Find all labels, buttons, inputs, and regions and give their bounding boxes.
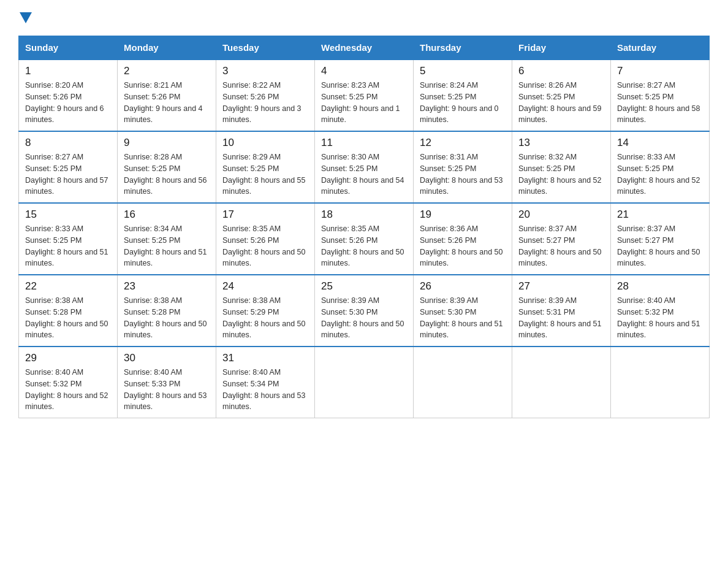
day-info: Sunrise: 8:39 AMSunset: 5:30 PMDaylight:… [321,295,407,341]
day-header-saturday: Saturday [611,36,710,60]
day-number: 10 [222,137,308,149]
day-number: 30 [124,352,210,364]
header [18,12,710,23]
day-cell: 13Sunrise: 8:32 AMSunset: 5:25 PMDayligh… [512,131,611,203]
day-header-thursday: Thursday [414,36,512,60]
day-header-wednesday: Wednesday [315,36,414,60]
day-cell: 5Sunrise: 8:24 AMSunset: 5:25 PMDaylight… [414,59,512,131]
day-number: 23 [124,280,210,293]
day-info: Sunrise: 8:27 AMSunset: 5:25 PMDaylight:… [25,151,111,197]
day-cell: 6Sunrise: 8:26 AMSunset: 5:25 PMDaylight… [512,59,611,131]
day-cell: 2Sunrise: 8:21 AMSunset: 5:26 PMDaylight… [118,59,216,131]
day-number: 27 [518,280,604,293]
day-number: 15 [25,209,111,221]
day-cell: 17Sunrise: 8:35 AMSunset: 5:26 PMDayligh… [216,203,315,275]
day-cell: 21Sunrise: 8:37 AMSunset: 5:27 PMDayligh… [611,203,710,275]
day-header-sunday: Sunday [19,36,118,60]
day-cell: 8Sunrise: 8:27 AMSunset: 5:25 PMDaylight… [19,131,118,203]
week-row-2: 8Sunrise: 8:27 AMSunset: 5:25 PMDaylight… [19,131,710,203]
day-info: Sunrise: 8:36 AMSunset: 5:26 PMDaylight:… [420,223,506,269]
day-cell: 28Sunrise: 8:40 AMSunset: 5:32 PMDayligh… [611,275,710,347]
day-number: 19 [420,209,506,221]
day-number: 25 [321,280,407,293]
day-cell: 9Sunrise: 8:28 AMSunset: 5:25 PMDaylight… [118,131,216,203]
day-info: Sunrise: 8:21 AMSunset: 5:26 PMDaylight:… [124,80,210,126]
week-row-1: 1Sunrise: 8:20 AMSunset: 5:26 PMDaylight… [19,59,710,131]
calendar-table: SundayMondayTuesdayWednesdayThursdayFrid… [18,36,710,418]
day-info: Sunrise: 8:31 AMSunset: 5:25 PMDaylight:… [420,151,506,197]
day-cell: 22Sunrise: 8:38 AMSunset: 5:28 PMDayligh… [19,275,118,347]
week-row-4: 22Sunrise: 8:38 AMSunset: 5:28 PMDayligh… [19,275,710,347]
day-info: Sunrise: 8:33 AMSunset: 5:25 PMDaylight:… [617,151,703,197]
day-number: 16 [124,209,210,221]
day-info: Sunrise: 8:32 AMSunset: 5:25 PMDaylight:… [518,151,604,197]
day-info: Sunrise: 8:37 AMSunset: 5:27 PMDaylight:… [617,223,703,269]
day-cell: 4Sunrise: 8:23 AMSunset: 5:25 PMDaylight… [315,59,414,131]
day-cell: 12Sunrise: 8:31 AMSunset: 5:25 PMDayligh… [414,131,512,203]
day-cell [315,347,414,418]
day-cell: 3Sunrise: 8:22 AMSunset: 5:26 PMDaylight… [216,59,315,131]
day-info: Sunrise: 8:20 AMSunset: 5:26 PMDaylight:… [25,80,111,126]
day-cell: 1Sunrise: 8:20 AMSunset: 5:26 PMDaylight… [19,59,118,131]
day-cell: 15Sunrise: 8:33 AMSunset: 5:25 PMDayligh… [19,203,118,275]
day-info: Sunrise: 8:24 AMSunset: 5:25 PMDaylight:… [420,80,506,126]
day-number: 12 [420,137,506,149]
day-info: Sunrise: 8:33 AMSunset: 5:25 PMDaylight:… [25,223,111,269]
day-info: Sunrise: 8:22 AMSunset: 5:26 PMDaylight:… [222,80,308,126]
day-info: Sunrise: 8:40 AMSunset: 5:32 PMDaylight:… [617,295,703,341]
day-info: Sunrise: 8:30 AMSunset: 5:25 PMDaylight:… [321,151,407,197]
day-info: Sunrise: 8:40 AMSunset: 5:32 PMDaylight:… [25,367,111,413]
day-cell: 20Sunrise: 8:37 AMSunset: 5:27 PMDayligh… [512,203,611,275]
day-info: Sunrise: 8:39 AMSunset: 5:30 PMDaylight:… [420,295,506,341]
day-number: 11 [321,137,407,149]
day-cell: 23Sunrise: 8:38 AMSunset: 5:28 PMDayligh… [118,275,216,347]
days-of-week-row: SundayMondayTuesdayWednesdayThursdayFrid… [19,36,710,60]
day-info: Sunrise: 8:38 AMSunset: 5:28 PMDaylight:… [25,295,111,341]
day-number: 24 [222,280,308,293]
day-number: 2 [124,65,210,77]
day-cell: 25Sunrise: 8:39 AMSunset: 5:30 PMDayligh… [315,275,414,347]
day-cell: 14Sunrise: 8:33 AMSunset: 5:25 PMDayligh… [611,131,710,203]
day-number: 20 [518,209,604,221]
day-cell: 16Sunrise: 8:34 AMSunset: 5:25 PMDayligh… [118,203,216,275]
day-number: 9 [124,137,210,149]
day-info: Sunrise: 8:28 AMSunset: 5:25 PMDaylight:… [124,151,210,197]
day-info: Sunrise: 8:26 AMSunset: 5:25 PMDaylight:… [518,80,604,126]
day-header-friday: Friday [512,36,611,60]
day-info: Sunrise: 8:35 AMSunset: 5:26 PMDaylight:… [222,223,308,269]
day-number: 6 [518,65,604,77]
day-info: Sunrise: 8:40 AMSunset: 5:34 PMDaylight:… [222,367,308,413]
day-number: 14 [617,137,703,149]
logo [18,12,32,23]
day-number: 22 [25,280,111,293]
day-info: Sunrise: 8:40 AMSunset: 5:33 PMDaylight:… [124,367,210,413]
day-number: 28 [617,280,703,293]
calendar-body: 1Sunrise: 8:20 AMSunset: 5:26 PMDaylight… [19,59,710,418]
day-cell: 29Sunrise: 8:40 AMSunset: 5:32 PMDayligh… [19,347,118,418]
day-number: 31 [222,352,308,364]
day-info: Sunrise: 8:39 AMSunset: 5:31 PMDaylight:… [518,295,604,341]
day-info: Sunrise: 8:38 AMSunset: 5:29 PMDaylight:… [222,295,308,341]
day-cell: 10Sunrise: 8:29 AMSunset: 5:25 PMDayligh… [216,131,315,203]
day-number: 1 [25,65,111,77]
day-number: 8 [25,137,111,149]
day-number: 29 [25,352,111,364]
day-cell [611,347,710,418]
day-number: 17 [222,209,308,221]
day-number: 21 [617,209,703,221]
logo-triangle-icon [20,12,32,23]
day-number: 13 [518,137,604,149]
week-row-3: 15Sunrise: 8:33 AMSunset: 5:25 PMDayligh… [19,203,710,275]
day-info: Sunrise: 8:35 AMSunset: 5:26 PMDaylight:… [321,223,407,269]
day-cell: 30Sunrise: 8:40 AMSunset: 5:33 PMDayligh… [118,347,216,418]
day-cell [414,347,512,418]
day-cell: 19Sunrise: 8:36 AMSunset: 5:26 PMDayligh… [414,203,512,275]
day-cell: 27Sunrise: 8:39 AMSunset: 5:31 PMDayligh… [512,275,611,347]
day-cell: 18Sunrise: 8:35 AMSunset: 5:26 PMDayligh… [315,203,414,275]
day-number: 18 [321,209,407,221]
day-cell: 31Sunrise: 8:40 AMSunset: 5:34 PMDayligh… [216,347,315,418]
day-cell: 7Sunrise: 8:27 AMSunset: 5:25 PMDaylight… [611,59,710,131]
day-info: Sunrise: 8:23 AMSunset: 5:25 PMDaylight:… [321,80,407,126]
day-header-monday: Monday [118,36,216,60]
day-info: Sunrise: 8:27 AMSunset: 5:25 PMDaylight:… [617,80,703,126]
